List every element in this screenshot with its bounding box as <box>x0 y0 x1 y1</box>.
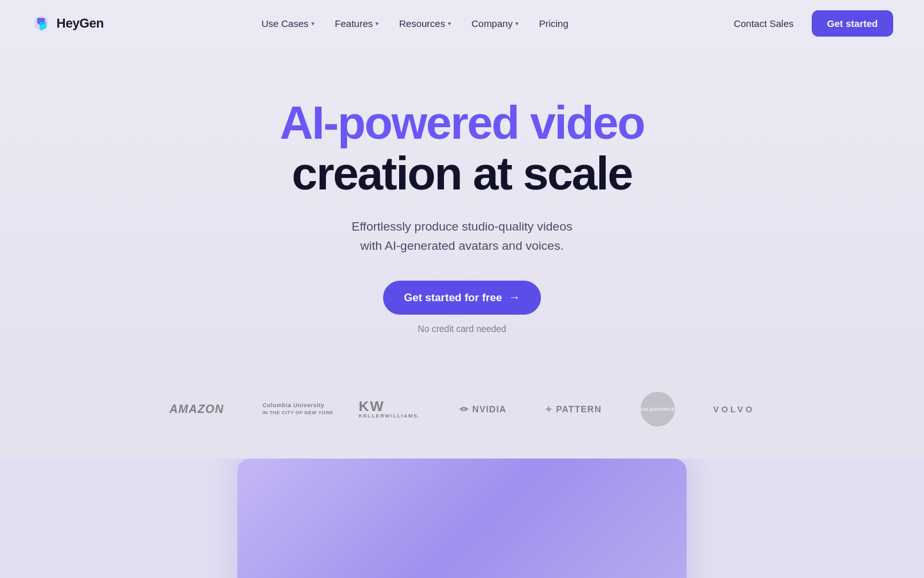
brand-name: HeyGen <box>56 16 104 31</box>
navbar: HeyGen Use Cases ▾ Features ▾ Resources … <box>0 0 924 46</box>
nav-resources[interactable]: Resources ▾ <box>390 13 460 34</box>
hero-title-line1: AI-powered video <box>280 98 644 148</box>
brand-logo[interactable]: HeyGen <box>31 13 104 33</box>
nav-links: Use Cases ▾ Features ▾ Resources ▾ Compa… <box>252 13 577 34</box>
svg-point-1 <box>463 408 465 410</box>
chevron-down-icon: ▾ <box>515 20 518 27</box>
hero-section: AI-powered video creation at scale Effor… <box>0 46 924 372</box>
logos-section: amazon Columbia UniversityIN THE CITY OF… <box>0 372 924 459</box>
logo-amazon: amazon <box>169 403 224 416</box>
hero-title-line2: creation at scale <box>292 148 632 199</box>
nav-features[interactable]: Features ▾ <box>326 13 388 34</box>
video-preview-card <box>237 459 687 578</box>
hero-subtitle: Effortlessly produce studio-quality vide… <box>352 217 572 255</box>
no-credit-card-text: No credit card needed <box>418 324 506 334</box>
contact-sales-link[interactable]: Contact Sales <box>726 13 801 34</box>
chevron-down-icon: ▾ <box>311 20 314 27</box>
logo-columbia-university: Columbia UniversityIN THE CITY OF NEW YO… <box>262 402 320 417</box>
chevron-down-icon: ▾ <box>375 20 379 27</box>
nav-actions: Contact Sales Get started <box>726 10 893 37</box>
chevron-down-icon: ▾ <box>448 20 451 27</box>
nav-company[interactable]: Company ▾ <box>463 13 527 34</box>
arrow-right-icon: → <box>509 291 520 304</box>
logo-keller-williams: kw KELLERWILLIAMS. <box>359 399 420 419</box>
logo-nvidia: NVIDIA <box>459 404 506 414</box>
hero-cta-button[interactable]: Get started for free → <box>383 281 540 315</box>
nav-pricing[interactable]: Pricing <box>530 13 578 34</box>
logo-volvo: VOLVO <box>714 405 755 414</box>
nav-use-cases[interactable]: Use Cases ▾ <box>252 13 323 34</box>
get-started-button[interactable]: Get started <box>812 10 893 37</box>
logo-salesforce: salesforce <box>640 392 675 426</box>
video-preview-section <box>0 459 924 578</box>
logo-pattern: pattern <box>545 404 601 414</box>
